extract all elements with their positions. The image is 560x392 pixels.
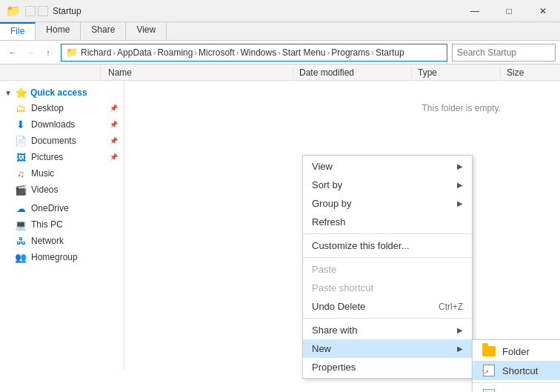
sort-arrow: ▶: [457, 181, 463, 189]
tab-file[interactable]: File: [0, 22, 36, 40]
menu-item-share-with[interactable]: Share with ▶: [303, 321, 472, 339]
col-type-header[interactable]: Type: [412, 67, 501, 78]
path-segment-6: Start Menu: [282, 47, 326, 58]
separator-2: [303, 257, 472, 258]
desktop-label: Desktop: [31, 103, 64, 113]
menu-item-sort-by[interactable]: Sort by ▶: [303, 176, 472, 194]
sidebar-item-music[interactable]: ♫ Music: [0, 165, 124, 182]
view-label: View: [312, 161, 333, 172]
pin-icon-pictures: 📌: [110, 153, 118, 161]
submenu-separator-1: [473, 382, 560, 383]
menu-item-view[interactable]: View ▶: [303, 157, 472, 176]
empty-message: This folder is empty.: [422, 103, 501, 113]
column-headers: Name Date modified Type Size: [0, 64, 560, 81]
maximize-button[interactable]: □: [492, 0, 526, 22]
thispc-icon: 💻: [15, 219, 27, 230]
sidebar-item-thispc[interactable]: 💻 This PC: [0, 216, 124, 233]
path-segment-1: Richard: [81, 47, 111, 58]
back-button[interactable]: ←: [4, 44, 21, 61]
content-area: This folder is empty. View ▶ Sort by ▶ G…: [124, 81, 560, 370]
share-arrow: ▶: [457, 326, 463, 334]
separator-3: [303, 318, 472, 319]
pin-icon-documents: 📌: [110, 137, 118, 144]
new-shortcut-label: Shortcut: [502, 365, 538, 376]
sidebar-item-network[interactable]: 🖧 Network: [0, 233, 124, 249]
sidebar-item-pictures[interactable]: 🖼 Pictures 📌: [0, 149, 124, 165]
pin-icon-desktop: 📌: [110, 104, 118, 112]
menu-item-paste[interactable]: Paste: [303, 260, 472, 279]
col-name-header[interactable]: Name: [101, 67, 293, 78]
ribbon: File Home Share View: [0, 22, 560, 41]
videos-label: Videos: [31, 185, 58, 195]
submenu-item-folder[interactable]: Folder: [473, 342, 560, 361]
menu-item-properties[interactable]: Properties: [303, 358, 472, 376]
sidebar-item-desktop[interactable]: 🗂 Desktop 📌: [0, 100, 124, 116]
pictures-icon: 🖼: [16, 152, 26, 163]
thispc-label: This PC: [31, 219, 63, 230]
share-with-label: Share with: [312, 325, 357, 336]
network-icon: 🖧: [16, 236, 26, 247]
paste-label: Paste: [312, 264, 336, 275]
downloads-icon: ⬇: [16, 119, 25, 130]
desktop-icon: 🗂: [16, 102, 26, 114]
submenu-item-bitmap[interactable]: BMP Bitmap image: [473, 385, 560, 392]
menu-item-customize[interactable]: Customize this folder...: [303, 236, 472, 255]
forward-button[interactable]: →: [22, 44, 39, 61]
search-input[interactable]: [452, 44, 556, 62]
menu-item-new[interactable]: New ▶: [303, 339, 472, 358]
sidebar-item-videos[interactable]: 🎬 Videos: [0, 182, 124, 198]
sidebar-item-onedrive[interactable]: ☁ OneDrive: [0, 198, 124, 216]
music-icon: ♫: [17, 168, 24, 179]
undo-shortcut: Ctrl+Z: [439, 302, 463, 312]
menu-item-undo[interactable]: Undo Delete Ctrl+Z: [303, 297, 472, 316]
submenu-item-shortcut[interactable]: ↗ Shortcut: [473, 361, 560, 380]
path-segment-4: Microsoft: [199, 47, 235, 58]
view-arrow: ▶: [457, 162, 463, 170]
menu-item-refresh[interactable]: Refresh: [303, 213, 472, 231]
path-segment-8: Startup: [376, 47, 404, 58]
path-icon: 📁: [66, 47, 78, 58]
title-bar-icon: 📁: [6, 4, 21, 18]
properties-label: Properties: [312, 362, 356, 373]
quick-access-header[interactable]: ▼ ⭐ Quick access: [0, 84, 124, 100]
customize-label: Customize this folder...: [312, 240, 410, 251]
tab-home[interactable]: Home: [36, 22, 81, 40]
quick-access-icon: ⭐: [15, 87, 27, 99]
onedrive-label: OneDrive: [31, 203, 69, 213]
pin-icon-downloads: 📌: [110, 121, 118, 128]
close-button[interactable]: ✕: [526, 0, 560, 22]
path-segment-5: Windows: [240, 47, 276, 58]
menu-item-group-by[interactable]: Group by ▶: [303, 194, 472, 213]
address-bar: ← → ↑ 📁 Richard › AppData › Roaming › Mi…: [0, 41, 560, 64]
sidebar-item-homegroup[interactable]: 👥 Homegroup: [0, 249, 124, 265]
new-bitmap-label: Bitmap image: [502, 390, 560, 393]
menu-item-paste-shortcut[interactable]: Paste shortcut: [303, 279, 472, 297]
pictures-label: Pictures: [31, 152, 63, 162]
new-label: New: [312, 343, 331, 354]
new-folder-label: Folder: [502, 346, 530, 357]
sidebar-item-documents[interactable]: 📄 Documents 📌: [0, 133, 124, 149]
group-by-label: Group by: [312, 198, 351, 209]
shortcut-icon: ↗: [481, 365, 496, 376]
quick-access-label: Quick access: [30, 87, 87, 98]
refresh-label: Refresh: [312, 216, 346, 227]
bitmap-icon: BMP: [481, 389, 496, 392]
new-arrow: ▶: [457, 345, 463, 353]
up-button[interactable]: ↑: [40, 44, 56, 61]
homegroup-icon: 👥: [15, 252, 27, 263]
separator-1: [303, 233, 472, 234]
music-label: Music: [31, 168, 54, 179]
homegroup-label: Homegroup: [31, 252, 78, 262]
sidebar-item-downloads[interactable]: ⬇ Downloads 📌: [0, 116, 124, 133]
minimize-button[interactable]: —: [458, 0, 492, 22]
quick-access-chevron: ▼: [4, 89, 12, 97]
path-segment-3: Roaming: [157, 47, 193, 58]
title-text: Startup: [53, 6, 81, 16]
context-menu: View ▶ Sort by ▶ Group by ▶ Refresh Cust…: [302, 155, 473, 379]
tab-share[interactable]: Share: [81, 22, 126, 40]
col-size-header[interactable]: Size: [501, 67, 560, 78]
tab-view[interactable]: View: [126, 22, 167, 40]
documents-icon: 📄: [15, 136, 27, 147]
col-date-header[interactable]: Date modified: [293, 67, 412, 78]
address-path[interactable]: 📁 Richard › AppData › Roaming › Microsof…: [61, 44, 447, 62]
